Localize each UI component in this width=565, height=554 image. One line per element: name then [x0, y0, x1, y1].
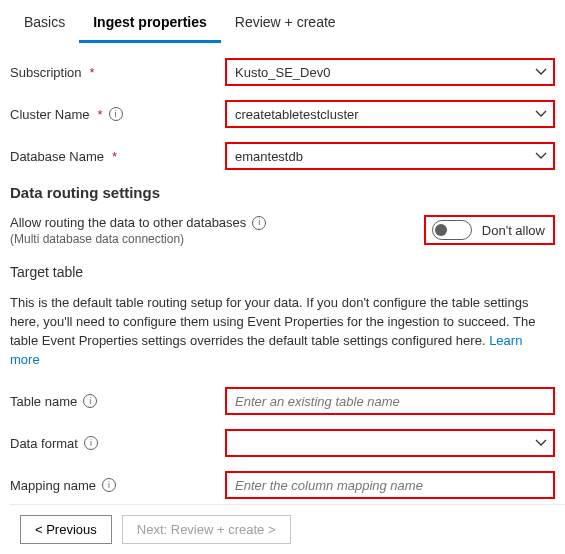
mapping-name-input[interactable] — [235, 473, 529, 497]
info-icon[interactable]: i — [83, 394, 97, 408]
table-name-label-text: Table name — [10, 394, 77, 409]
required-asterisk: * — [97, 107, 102, 122]
data-format-dropdown[interactable] — [225, 429, 555, 457]
toggle-knob — [435, 224, 447, 236]
info-icon[interactable]: i — [84, 436, 98, 450]
subscription-dropdown[interactable]: Kusto_SE_Dev0 — [225, 58, 555, 86]
subscription-value: Kusto_SE_Dev0 — [235, 65, 330, 80]
cluster-name-label: Cluster Name* i — [10, 107, 225, 122]
required-asterisk: * — [112, 149, 117, 164]
database-name-label: Database Name* — [10, 149, 225, 164]
toggle-state-label: Don't allow — [482, 223, 545, 238]
table-name-field[interactable] — [225, 387, 555, 415]
chevron-down-icon — [535, 437, 547, 449]
allow-routing-label: Allow routing the data to other database… — [10, 215, 246, 230]
target-table-description: This is the default table routing setup … — [10, 294, 555, 369]
tab-bar: Basics Ingest properties Review + create — [10, 0, 555, 44]
data-format-label-text: Data format — [10, 436, 78, 451]
mapping-name-label-text: Mapping name — [10, 478, 96, 493]
tab-review-create[interactable]: Review + create — [221, 6, 350, 43]
allow-routing-toggle[interactable] — [432, 220, 472, 240]
allow-routing-toggle-box: Don't allow — [424, 215, 555, 245]
cluster-value: createtabletestcluster — [235, 107, 359, 122]
data-routing-heading: Data routing settings — [10, 184, 555, 201]
next-review-create-button[interactable]: Next: Review + create > — [122, 515, 291, 544]
chevron-down-icon — [535, 150, 547, 162]
chevron-down-icon — [535, 66, 547, 78]
table-name-label: Table name i — [10, 394, 225, 409]
previous-button[interactable]: < Previous — [20, 515, 112, 544]
database-value: emantestdb — [235, 149, 303, 164]
info-icon[interactable]: i — [109, 107, 123, 121]
mapping-name-field[interactable] — [225, 471, 555, 499]
mapping-name-label: Mapping name i — [10, 478, 225, 493]
subscription-label: Subscription* — [10, 65, 225, 80]
cluster-label-text: Cluster Name — [10, 107, 89, 122]
tab-basics[interactable]: Basics — [10, 6, 79, 43]
data-format-label: Data format i — [10, 436, 225, 451]
tab-ingest-properties[interactable]: Ingest properties — [79, 6, 221, 43]
table-name-input[interactable] — [235, 389, 529, 413]
chevron-down-icon — [535, 108, 547, 120]
database-name-dropdown[interactable]: emantestdb — [225, 142, 555, 170]
info-icon[interactable]: i — [102, 478, 116, 492]
target-description-text: This is the default table routing setup … — [10, 295, 535, 348]
wizard-footer: < Previous Next: Review + create > — [10, 504, 565, 554]
subscription-label-text: Subscription — [10, 65, 82, 80]
target-table-heading: Target table — [10, 264, 555, 280]
required-asterisk: * — [90, 65, 95, 80]
allow-routing-sub: (Multi database data connection) — [10, 232, 424, 246]
database-label-text: Database Name — [10, 149, 104, 164]
info-icon[interactable]: i — [252, 216, 266, 230]
cluster-name-dropdown[interactable]: createtabletestcluster — [225, 100, 555, 128]
